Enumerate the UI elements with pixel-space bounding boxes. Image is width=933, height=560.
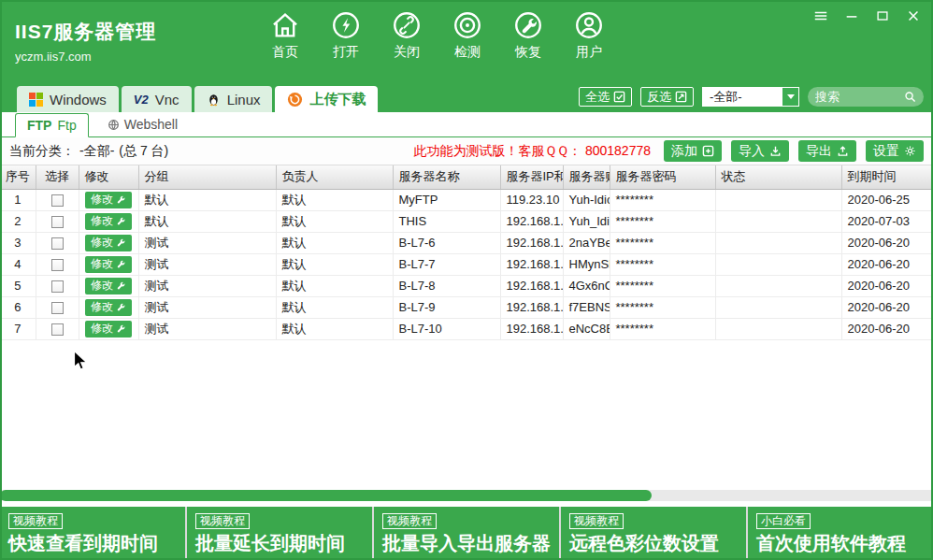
search-box[interactable] — [808, 87, 924, 107]
row-checkbox[interactable] — [51, 280, 64, 293]
footer-panel-batch-extend[interactable]: 视频教程 批量延长到期时间 — [187, 507, 374, 560]
subtab-ftp[interactable]: FTP Ftp — [15, 113, 89, 137]
tab-upload-download[interactable]: 上传下载 — [275, 86, 378, 112]
footer-tag: 视频教程 — [195, 513, 250, 529]
row-checkbox[interactable] — [51, 259, 64, 271]
wrench-icon — [116, 323, 126, 334]
footer-panel-import-export[interactable]: 视频教程 批量导入导出服务器 — [374, 507, 561, 560]
horizontal-scrollbar[interactable] — [0, 490, 933, 501]
close-link-icon — [391, 9, 423, 41]
modify-button-label: 修改 — [91, 256, 113, 272]
row-checkbox[interactable] — [51, 216, 64, 228]
nav-detect[interactable]: 检测 — [446, 9, 489, 61]
cell-owner: 默认 — [276, 318, 393, 339]
add-button[interactable]: 添加 — [664, 140, 722, 162]
nav-close[interactable]: 关闭 — [385, 9, 428, 61]
table-row[interactable]: 3 修改 测试 默认 B-L7-6 192.168.1. 2naYBe2 ***… — [0, 232, 933, 253]
row-checkbox[interactable] — [51, 323, 64, 336]
minimize-button[interactable] — [843, 7, 860, 24]
column-header-select: 选择 — [36, 165, 79, 189]
table-header-row: 序号 选择 修改 分组 负责人 服务器名称 服务器IP和 服务器账 服务器密码 … — [0, 165, 933, 189]
table-row[interactable]: 5 修改 测试 默认 B-L7-8 192.168.1. 4Gx6nC ****… — [0, 275, 933, 296]
modify-button[interactable]: 修改 — [85, 278, 132, 294]
modify-button-label: 修改 — [91, 213, 113, 229]
cell-account: eNcC8E2 — [563, 318, 610, 339]
close-icon — [906, 8, 921, 23]
table-row[interactable]: 1 修改 默认 默认 MyFTP 119.23.10 Yuh-Idic ****… — [0, 189, 933, 210]
cell-account: f7EBNSH — [563, 296, 610, 318]
tab-linux[interactable]: Linux — [194, 86, 273, 112]
cell-status — [715, 296, 841, 318]
cell-account: 4Gx6nC — [563, 275, 610, 296]
mouse-cursor — [73, 350, 89, 372]
export-icon — [837, 145, 849, 157]
cell-index: 4 — [0, 253, 36, 275]
maximize-button[interactable] — [874, 7, 891, 24]
nav-user[interactable]: 用户 — [567, 9, 610, 61]
scrollbar-thumb[interactable] — [0, 490, 652, 501]
modify-button[interactable]: 修改 — [85, 213, 132, 230]
cell-account: Yuh-Idic — [563, 189, 610, 210]
settings-gear-icon — [904, 145, 916, 157]
subtab-webshell[interactable]: Webshell — [108, 117, 178, 136]
table-row[interactable]: 2 修改 默认 默认 THIS 192.168.1. Yuh_Idic ****… — [0, 210, 933, 232]
cell-password: ******** — [610, 318, 715, 339]
cell-group: 测试 — [138, 232, 276, 253]
close-button[interactable] — [905, 7, 922, 24]
import-icon — [769, 145, 782, 157]
wrench-icon — [116, 194, 126, 205]
table-row[interactable]: 7 修改 测试 默认 B-L7-10 192.168.1. eNcC8E2 **… — [0, 318, 933, 339]
nav-home[interactable]: 首页 — [264, 9, 307, 61]
export-label: 导出 — [806, 143, 832, 160]
cell-index: 3 — [0, 232, 36, 253]
cell-ip: 192.168.1. — [500, 232, 563, 253]
check-square-icon — [613, 91, 625, 103]
group-filter-dropdown[interactable]: -全部- — [702, 87, 799, 107]
import-button[interactable]: 导入 — [731, 140, 789, 162]
window-controls — [812, 7, 922, 24]
footer-panel-first-use[interactable]: 小白必看 首次使用软件教程 — [748, 507, 933, 560]
tab-toolbar: 全选 反选 -全部- — [579, 87, 924, 107]
modify-button[interactable]: 修改 — [85, 321, 132, 337]
tab-vnc[interactable]: V2 Vnc — [122, 86, 192, 112]
cell-account: 2naYBe2 — [563, 232, 610, 253]
search-input[interactable] — [815, 90, 900, 104]
table-row[interactable]: 6 修改 测试 默认 B-L7-9 192.168.1. f7EBNSH ***… — [0, 296, 933, 318]
cell-name: THIS — [393, 210, 500, 232]
nav-restore[interactable]: 恢复 — [507, 9, 550, 61]
footer-panel-color-depth[interactable]: 视频教程 远程色彩位数设置 — [561, 507, 748, 560]
select-all-button[interactable]: 全选 — [579, 87, 632, 107]
nav-label: 打开 — [324, 44, 367, 61]
cell-index: 2 — [0, 210, 36, 232]
modify-button[interactable]: 修改 — [85, 235, 132, 251]
wrench-icon — [116, 216, 126, 226]
cell-group: 默认 — [138, 210, 276, 232]
action-buttons: 添加 导入 导出 设置 — [664, 140, 924, 162]
app-subtitle: yczm.iis7.com — [15, 50, 156, 64]
cell-index: 6 — [0, 296, 36, 318]
invert-select-button[interactable]: 反选 — [640, 87, 694, 107]
subtab-label: Webshell — [124, 117, 178, 132]
row-checkbox[interactable] — [51, 194, 64, 207]
modify-button-label: 修改 — [91, 299, 113, 315]
menu-button[interactable] — [812, 7, 829, 24]
modify-button[interactable]: 修改 — [85, 299, 132, 316]
subtab-label: Ftp — [57, 118, 76, 133]
nav-open[interactable]: 打开 — [324, 9, 367, 61]
modify-button[interactable]: 修改 — [85, 256, 132, 273]
row-checkbox[interactable] — [51, 302, 64, 314]
export-button[interactable]: 导出 — [798, 140, 856, 162]
footer-panel-expiry-view[interactable]: 视频教程 快速查看到期时间 — [0, 507, 187, 560]
settings-button[interactable]: 设置 — [866, 140, 924, 162]
cell-ip: 119.23.10 — [500, 189, 563, 210]
footer-tag: 视频教程 — [569, 513, 624, 529]
cell-group: 默认 — [138, 189, 276, 210]
cell-owner: 默认 — [276, 275, 393, 296]
sub-tabbar: FTP Ftp Webshell — [0, 112, 933, 137]
table-row[interactable]: 4 修改 测试 默认 B-L7-7 192.168.1. HMynSH ****… — [0, 253, 933, 275]
row-checkbox[interactable] — [51, 237, 64, 250]
modify-button[interactable]: 修改 — [85, 192, 132, 208]
dropdown-button[interactable] — [782, 87, 799, 107]
tab-windows[interactable]: Windows — [17, 86, 119, 112]
nav-label: 检测 — [446, 44, 489, 61]
